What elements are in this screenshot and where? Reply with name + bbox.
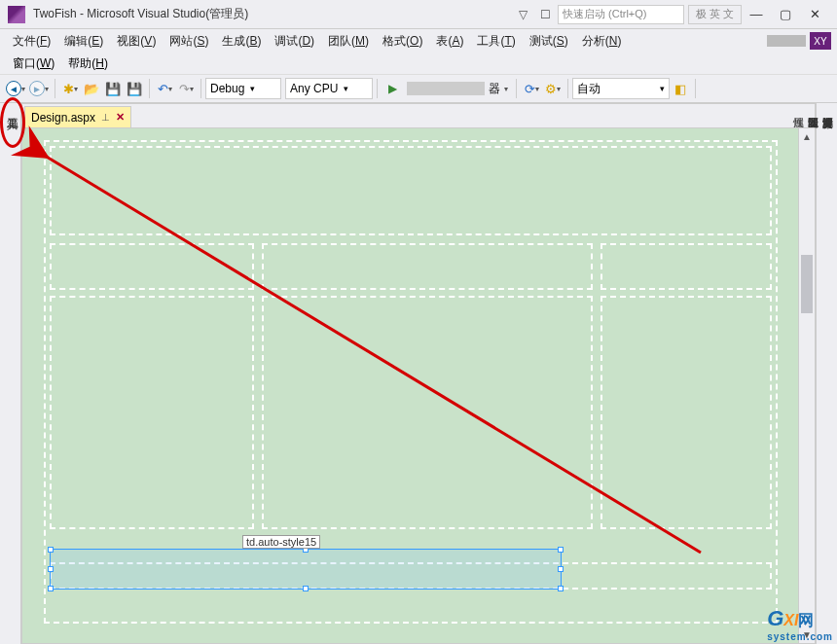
main-toolbar: ◄▾ ►▾ ✱▾ 📂 💾 💾 ↶▾ ↷▾ Debug▾ Any CPU▾ ▶ 器… <box>0 74 837 103</box>
browser-target-obscured <box>407 82 485 95</box>
menu-edit[interactable]: 编辑(E) <box>57 30 110 53</box>
menu-team[interactable]: 团队(M) <box>321 30 376 53</box>
menu-tools[interactable]: 工具(T) <box>470 30 522 53</box>
resize-handle-icon[interactable] <box>48 586 54 591</box>
quick-launch-input[interactable]: 快速启动 (Ctrl+Q) <box>558 5 684 24</box>
menu-build[interactable]: 生成(B) <box>215 30 268 53</box>
solution-config-dropdown[interactable]: Debug▾ <box>205 78 281 99</box>
start-debug-button[interactable]: ▶ <box>382 78 403 99</box>
undo-button[interactable]: ↶▾ <box>154 78 175 99</box>
quick-launch-placeholder: 快速启动 (Ctrl+Q) <box>563 7 646 21</box>
browser-link-button[interactable]: ⚙▾ <box>542 78 564 99</box>
open-file-button[interactable]: 📂 <box>81 78 102 99</box>
menu-bar-row2: 窗口(W) 帮助(H) <box>0 53 837 74</box>
table-cell[interactable] <box>262 243 593 290</box>
save-all-button[interactable]: 💾 <box>124 78 145 99</box>
nav-back-button[interactable]: ◄▾ <box>4 78 27 99</box>
resize-handle-icon[interactable] <box>48 547 54 553</box>
resize-handle-icon[interactable] <box>558 566 564 572</box>
maximize-button[interactable]: ▢ <box>771 4 800 25</box>
tab-filename: Design.aspx <box>31 111 95 125</box>
menu-table[interactable]: 表(A) <box>429 30 470 53</box>
design-surface[interactable]: td.auto-style15 ▲ ▼ <box>22 127 815 643</box>
resize-handle-icon[interactable] <box>303 586 309 591</box>
table-cell[interactable] <box>262 296 593 529</box>
menu-test[interactable]: 测试(S) <box>523 30 575 53</box>
minimize-button[interactable]: — <box>742 4 771 25</box>
resize-handle-icon[interactable] <box>48 566 54 572</box>
menu-bar: 文件(F) 编辑(E) 视图(V) 网站(S) 生成(B) 调试(D) 团队(M… <box>0 29 837 53</box>
solution-explorer-tab[interactable]: 解决方案资源管理器 <box>820 109 835 628</box>
table-cell[interactable] <box>50 243 254 290</box>
new-style-button[interactable]: ◧ <box>670 78 691 99</box>
doctype-dropdown[interactable]: 自动▾ <box>572 78 670 99</box>
redo-button[interactable]: ↷▾ <box>175 78 197 99</box>
vs-logo-icon <box>8 6 25 23</box>
user-name-placeholder <box>767 35 806 47</box>
close-button[interactable]: ✕ <box>800 4 829 25</box>
document-well: 工具箱 Design.aspx ⊥ ✕ td.auto-style15 <box>0 103 837 644</box>
menu-view[interactable]: 视图(V) <box>110 30 163 53</box>
menu-analyze[interactable]: 分析(N) <box>575 30 629 53</box>
notifications-icon[interactable]: ▽ <box>519 8 532 21</box>
table-cell[interactable] <box>600 243 772 290</box>
watermark: GXI网 system.com <box>767 606 833 642</box>
selected-cell[interactable] <box>50 549 562 590</box>
toolbox-panel-tab[interactable]: 工具箱 <box>0 103 21 644</box>
tab-close-icon[interactable]: ✕ <box>116 111 125 124</box>
browser-target-suffix: 器 <box>489 81 500 97</box>
new-project-button[interactable]: ✱▾ <box>59 78 81 99</box>
document-tabstrip: Design.aspx ⊥ ✕ <box>22 104 815 127</box>
resize-handle-icon[interactable] <box>558 586 564 591</box>
selection-tag-label: td.auto-style15 <box>242 535 320 549</box>
right-panel-tabs: 解决方案资源管理器 团队资源管理器 属性 <box>816 103 837 644</box>
solution-platform-dropdown[interactable]: Any CPU▾ <box>285 78 373 99</box>
menu-format[interactable]: 格式(O) <box>376 30 429 53</box>
table-row[interactable] <box>50 146 772 235</box>
editor-area: Design.aspx ⊥ ✕ td.auto-style15 <box>21 103 816 644</box>
feedback-icon[interactable]: ☐ <box>540 8 554 21</box>
table-cell[interactable] <box>600 296 772 529</box>
window-title: TwoFish - Microsoft Visual Studio(管理员) <box>33 6 248 22</box>
menu-window[interactable]: 窗口(W) <box>6 54 61 74</box>
table-cell[interactable] <box>50 296 254 529</box>
scroll-up-icon[interactable]: ▲ <box>799 128 815 145</box>
menu-debug[interactable]: 调试(D) <box>268 30 321 53</box>
resize-handle-icon[interactable] <box>558 547 564 553</box>
user-badge[interactable]: XY <box>810 32 831 50</box>
menu-file[interactable]: 文件(F) <box>6 30 57 53</box>
save-button[interactable]: 💾 <box>102 78 124 99</box>
browser-target-caret-icon[interactable]: ▾ <box>504 85 508 93</box>
refresh-button[interactable]: ⟳▾ <box>521 78 542 99</box>
vertical-scrollbar[interactable]: ▲ ▼ <box>798 128 815 643</box>
menu-website[interactable]: 网站(S) <box>163 30 215 53</box>
ime-indicator[interactable]: 极 英 文 <box>688 5 742 24</box>
document-tab-design-aspx[interactable]: Design.aspx ⊥ ✕ <box>24 106 131 127</box>
pin-icon[interactable]: ⊥ <box>101 112 110 123</box>
menu-help[interactable]: 帮助(H) <box>61 54 115 74</box>
nav-forward-button[interactable]: ►▾ <box>27 78 51 99</box>
title-bar: TwoFish - Microsoft Visual Studio(管理员) ▽… <box>0 0 837 29</box>
scrollbar-thumb[interactable] <box>801 255 813 313</box>
annotation-ellipse <box>0 97 25 148</box>
